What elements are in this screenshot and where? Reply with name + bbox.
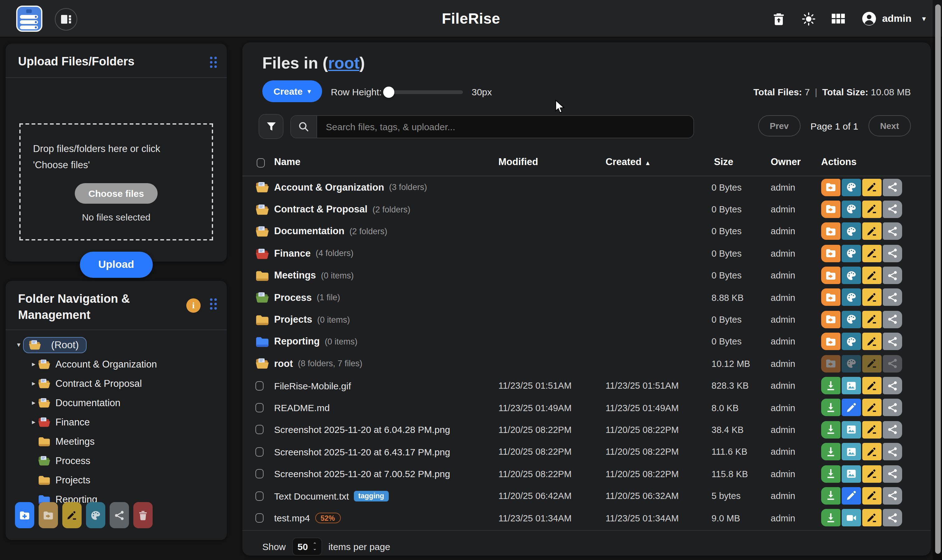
share-button[interactable]: [883, 509, 902, 527]
folder-move-button[interactable]: [821, 311, 840, 328]
column-header-owner[interactable]: Owner: [771, 156, 800, 168]
rename-button[interactable]: [862, 245, 882, 262]
download-button[interactable]: [821, 443, 840, 460]
share-button[interactable]: [883, 267, 902, 284]
image-button[interactable]: [842, 421, 861, 438]
file-name[interactable]: Screenshot 2025-11-20 at 7.00.52 PM.png: [274, 469, 450, 479]
rename-button[interactable]: [862, 487, 882, 505]
rename-button[interactable]: [862, 421, 882, 438]
rename-button[interactable]: [862, 377, 882, 394]
folder-move-button[interactable]: [821, 201, 840, 218]
column-header-modified[interactable]: Modified: [499, 156, 538, 168]
file-name[interactable]: Meetings: [274, 270, 316, 281]
tree-item-projects[interactable]: Projects: [14, 470, 220, 489]
rename-button[interactable]: [862, 178, 882, 196]
create-folder-button[interactable]: [15, 502, 34, 528]
row-checkbox[interactable]: [256, 491, 263, 500]
edit-button[interactable]: [842, 487, 861, 505]
palette-button[interactable]: [842, 178, 861, 196]
share-button[interactable]: [883, 223, 902, 240]
share-button[interactable]: [883, 245, 902, 262]
download-button[interactable]: [821, 421, 840, 438]
file-name[interactable]: root: [274, 358, 293, 369]
share-button[interactable]: [883, 289, 902, 306]
share-button[interactable]: [883, 178, 902, 196]
grid-view-icon[interactable]: [832, 12, 845, 26]
tree-item-contract-proposal[interactable]: ▸Contract & Proposal: [14, 374, 220, 393]
scrollbar-thumb[interactable]: [935, 5, 941, 554]
column-header-size[interactable]: Size: [714, 156, 733, 168]
table-row[interactable]: Reporting(0 items) 0 Bytes admin: [242, 331, 931, 352]
palette-button[interactable]: [842, 355, 861, 372]
download-button[interactable]: [821, 487, 840, 505]
folder-move-button[interactable]: [821, 178, 840, 196]
table-row[interactable]: Meetings(0 items) 0 Bytes admin: [242, 265, 931, 286]
download-button[interactable]: [821, 465, 840, 482]
row-checkbox[interactable]: [256, 381, 263, 390]
table-row[interactable]: Text Document.txttagging 11/20/25 06:42A…: [242, 485, 931, 507]
video-button[interactable]: [842, 509, 861, 527]
file-name[interactable]: Text Document.txt: [274, 491, 349, 501]
column-header-name[interactable]: Name: [274, 156, 300, 168]
table-row[interactable]: Documentation(2 folders) 0 Bytes admin: [242, 220, 931, 243]
palette-button[interactable]: [842, 223, 861, 240]
file-name[interactable]: Finance: [274, 248, 311, 259]
table-row[interactable]: README.md 11/23/25 01:49AM 11/23/25 01:4…: [242, 397, 931, 419]
prev-page-button[interactable]: Prev: [758, 115, 800, 137]
folder-move-button[interactable]: [821, 355, 840, 372]
row-checkbox[interactable]: [256, 425, 263, 434]
caret-right-icon[interactable]: ▸: [29, 360, 38, 368]
rename-button[interactable]: [862, 509, 882, 527]
table-row[interactable]: root(8 folders, 7 files) 10.12 MB admin: [242, 352, 931, 375]
table-row[interactable]: Process(1 file) 8.88 KB admin: [242, 286, 931, 309]
rename-button[interactable]: [862, 311, 882, 328]
folder-move-button[interactable]: [821, 289, 840, 306]
selected-folder-pill[interactable]: (Root): [23, 337, 87, 353]
move-folder-button[interactable]: [38, 502, 58, 528]
rename-folder-button[interactable]: [62, 502, 82, 528]
share-button[interactable]: [883, 311, 902, 328]
table-row[interactable]: Screenshot 2025-11-20 at 7.00.52 PM.png …: [242, 463, 931, 485]
drag-handle-icon[interactable]: [210, 57, 217, 69]
delete-folder-button[interactable]: [133, 502, 152, 528]
upload-button[interactable]: Upload: [79, 252, 152, 278]
image-button[interactable]: [842, 377, 861, 394]
file-name[interactable]: FileRise-Mobile.gif: [274, 380, 351, 391]
row-checkbox[interactable]: [256, 513, 263, 523]
rename-button[interactable]: [862, 355, 882, 372]
palette-button[interactable]: [842, 201, 861, 218]
folder-move-button[interactable]: [821, 245, 840, 262]
row-checkbox[interactable]: [256, 469, 263, 479]
items-per-page-select[interactable]: 50 ⌃⌄: [292, 538, 322, 555]
palette-button[interactable]: [842, 289, 861, 306]
create-button[interactable]: Create ▾: [262, 80, 322, 102]
info-icon[interactable]: i: [186, 298, 201, 313]
user-menu[interactable]: admin ▾: [862, 11, 926, 26]
palette-button[interactable]: [842, 332, 861, 350]
root-folder-link[interactable]: root: [328, 54, 360, 72]
tree-item--root-[interactable]: ▾(Root): [14, 335, 220, 354]
download-button[interactable]: [821, 399, 840, 417]
theme-sun-icon[interactable]: [802, 12, 816, 26]
share-button[interactable]: [883, 465, 902, 482]
folder-move-button[interactable]: [821, 332, 840, 350]
slider-thumb[interactable]: [383, 86, 394, 98]
row-checkbox[interactable]: [256, 403, 263, 412]
rename-button[interactable]: [862, 399, 882, 417]
upload-dropzone[interactable]: Drop files/folders here or click 'Choose…: [19, 123, 213, 240]
image-button[interactable]: [842, 443, 861, 460]
filter-button[interactable]: [259, 114, 283, 139]
search-input[interactable]: [317, 116, 693, 138]
caret-down-icon[interactable]: ▾: [14, 341, 23, 349]
table-row[interactable]: test.mp452% 11/23/25 01:34AM 11/23/25 01…: [242, 507, 931, 529]
file-name[interactable]: Projects: [274, 314, 312, 325]
share-folder-button[interactable]: [110, 502, 129, 528]
table-row[interactable]: Screenshot 2025-11-20 at 6.43.17 PM.png …: [242, 441, 931, 463]
select-all-checkbox[interactable]: [257, 158, 265, 168]
choose-files-button[interactable]: Choose files: [75, 183, 158, 204]
file-name[interactable]: README.md: [274, 402, 329, 413]
table-row[interactable]: Screenshot 2025-11-20 at 6.04.28 PM.png …: [242, 419, 931, 441]
file-name[interactable]: Contract & Proposal: [274, 204, 368, 215]
folder-move-button[interactable]: [821, 223, 840, 240]
table-row[interactable]: Projects(0 items) 0 Bytes admin: [242, 309, 931, 331]
